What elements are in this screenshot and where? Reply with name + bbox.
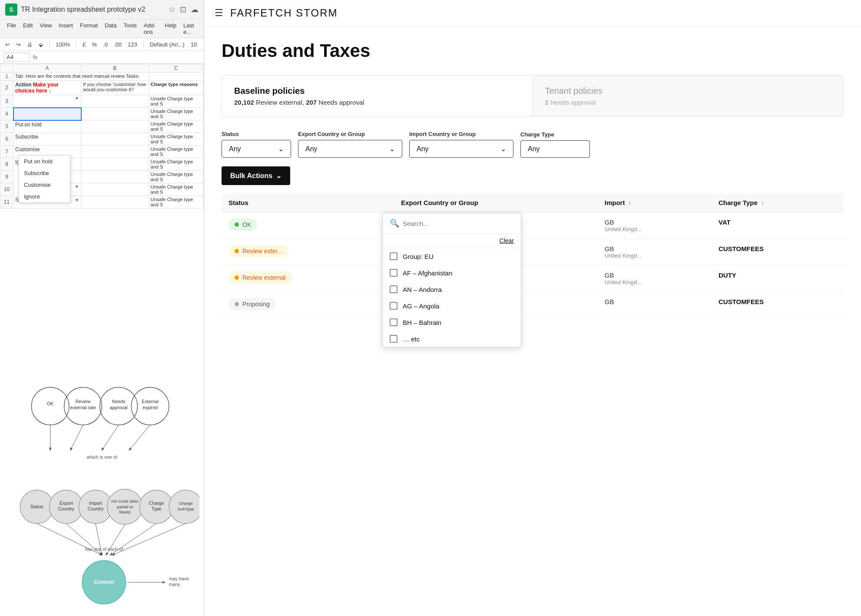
- row-num: 7: [0, 146, 13, 158]
- cell-b3[interactable]: [81, 95, 149, 108]
- col-header-b[interactable]: B: [81, 64, 149, 73]
- charge-type-value: CUSTOMFEES: [719, 245, 764, 252]
- hamburger-menu-icon[interactable]: ☰: [215, 7, 223, 19]
- cell-b9[interactable]: [81, 171, 149, 183]
- option-etc-checkbox[interactable]: [390, 335, 397, 343]
- option-eu-checkbox[interactable]: [390, 252, 397, 260]
- cell-a4[interactable]: [13, 108, 81, 120]
- charge-filter-select[interactable]: Any: [520, 140, 590, 158]
- cell-c1[interactable]: [149, 73, 203, 81]
- cell-b2[interactable]: If you choose 'customise' how would you …: [81, 81, 149, 95]
- export-filter-select[interactable]: Any ⌄: [298, 140, 402, 158]
- row-num: 4: [0, 108, 13, 120]
- bulk-actions-label: Bulk Actions: [230, 172, 272, 180]
- dropdown-option-bh[interactable]: BH – Bahrain: [383, 314, 521, 331]
- cell-b10[interactable]: [81, 183, 149, 196]
- dropdown-option-an[interactable]: AN – Andorra: [383, 281, 521, 298]
- dropdown-option-eu[interactable]: Group: EU: [383, 248, 521, 265]
- cell-b11[interactable]: [81, 196, 149, 209]
- cell-c2[interactable]: Charge type reasons: [149, 81, 203, 95]
- cloud-icon[interactable]: ☁: [191, 5, 199, 14]
- menu-insert[interactable]: Insert: [55, 20, 76, 37]
- import-sort-icon[interactable]: ↑: [629, 200, 631, 206]
- format123-btn[interactable]: 123: [126, 40, 139, 49]
- undo-button[interactable]: ↩: [3, 40, 12, 49]
- currency-btn[interactable]: £: [81, 40, 87, 49]
- dropdown-option-put-on-hold[interactable]: Put on hold: [19, 156, 70, 167]
- cell-b8[interactable]: [81, 158, 149, 171]
- option-an-checkbox[interactable]: [390, 285, 397, 293]
- dropdown-option-af[interactable]: AF – Afghanistan: [383, 265, 521, 281]
- decimals-btn[interactable]: .00: [112, 40, 123, 49]
- cell-b5[interactable]: [81, 120, 149, 133]
- percent-btn[interactable]: %: [90, 40, 99, 49]
- status-filter-select[interactable]: Any ⌄: [222, 140, 291, 158]
- charge-sort-icon[interactable]: ↑: [761, 200, 764, 206]
- formula-input[interactable]: [41, 54, 200, 60]
- font-size-selector[interactable]: 10: [189, 40, 199, 49]
- cell-a6[interactable]: Subscribe: [13, 133, 81, 146]
- col-header-c[interactable]: C: [149, 64, 203, 73]
- cell-b7[interactable]: [81, 146, 149, 158]
- option-etc-label: … etc: [403, 335, 420, 343]
- bulk-actions-button[interactable]: Bulk Actions ⌄: [222, 166, 290, 185]
- cell-b6[interactable]: [81, 133, 149, 146]
- tenant-policies-card[interactable]: Tenant policies 2 Needs approval: [533, 76, 844, 116]
- menu-edit[interactable]: Edit: [20, 20, 36, 37]
- status-badge-review-2: Review external: [228, 272, 292, 284]
- cell-a2[interactable]: Action Make your choices here ↓: [13, 81, 81, 95]
- font-selector[interactable]: Default (Ari...): [148, 40, 186, 49]
- menu-tools[interactable]: Tools: [120, 20, 140, 37]
- status-badge-ok: OK: [228, 219, 257, 231]
- comma-btn[interactable]: .0: [101, 40, 109, 49]
- version-icon[interactable]: ⊡: [180, 5, 186, 14]
- zoom-selector[interactable]: 100%: [54, 40, 72, 49]
- menu-view[interactable]: View: [36, 20, 55, 37]
- col-header-charge: Charge Type ↑: [712, 194, 844, 212]
- menu-format[interactable]: Format: [76, 20, 101, 37]
- sheets-title-icons: ☆ ⊡ ☁: [169, 5, 199, 14]
- dropdown-option-etc[interactable]: … etc: [383, 331, 521, 347]
- import-cell-1: GB United Kingd...: [598, 212, 712, 239]
- dropdown-arrow-3: ▼: [75, 198, 79, 202]
- toolbar-sep-2: [76, 40, 76, 49]
- star-icon[interactable]: ☆: [169, 5, 176, 14]
- option-bh-checkbox[interactable]: [390, 318, 397, 326]
- dropdown-arrow-2: ▼: [75, 184, 79, 189]
- import-filter-select[interactable]: Any ⌄: [409, 140, 513, 158]
- table-row: OK GB United Kingd... GB United Kingd...: [222, 212, 844, 239]
- menu-help[interactable]: Help: [161, 20, 180, 37]
- redo-button[interactable]: ↪: [14, 40, 23, 49]
- dropdown-option-ignore[interactable]: Ignore: [19, 191, 70, 202]
- paint-button[interactable]: ⬙: [37, 40, 45, 49]
- import-cell-4: GB: [598, 292, 712, 317]
- print-button[interactable]: 🖨: [25, 40, 34, 49]
- option-af-checkbox[interactable]: [390, 269, 397, 277]
- col-header-status: Status: [222, 194, 394, 212]
- col-header-a[interactable]: A: [13, 64, 81, 73]
- cell-b4[interactable]: [81, 108, 149, 120]
- dropdown-search-area: 🔍: [383, 213, 521, 234]
- dropdown-option-subscribe[interactable]: Subscribe: [19, 167, 70, 179]
- svg-line-12: [70, 425, 83, 450]
- option-ag-checkbox[interactable]: [390, 302, 397, 310]
- dropdown-option-customise[interactable]: Customise: [19, 179, 70, 191]
- cell-a1[interactable]: Tab: Here are the contexts that need man…: [13, 73, 149, 81]
- cell-reference[interactable]: [3, 53, 30, 62]
- baseline-policies-card[interactable]: Baseline policies 20,102 Review external…: [222, 76, 533, 116]
- cell-a5[interactable]: Put on hold: [13, 120, 81, 133]
- table-row: Proposing GB GB CUSTOMFEES: [222, 292, 844, 317]
- svg-text:Import: Import: [89, 500, 102, 506]
- clear-button[interactable]: Clear: [500, 237, 514, 244]
- menu-last[interactable]: Last e...: [180, 20, 200, 37]
- dropdown-option-ag[interactable]: AG – Angola: [383, 298, 521, 314]
- cell-a3[interactable]: ▼: [13, 95, 81, 108]
- country-search-input[interactable]: [403, 220, 514, 227]
- menu-addons[interactable]: Add-ons: [140, 20, 161, 37]
- svg-text:Country: Country: [58, 506, 75, 511]
- menu-file[interactable]: File: [3, 20, 20, 37]
- svg-text:blank): blank): [119, 510, 130, 514]
- import-country-sub: United Kingd...: [605, 226, 705, 232]
- svg-text:expired: expired: [142, 405, 158, 410]
- menu-data[interactable]: Data: [101, 20, 120, 37]
